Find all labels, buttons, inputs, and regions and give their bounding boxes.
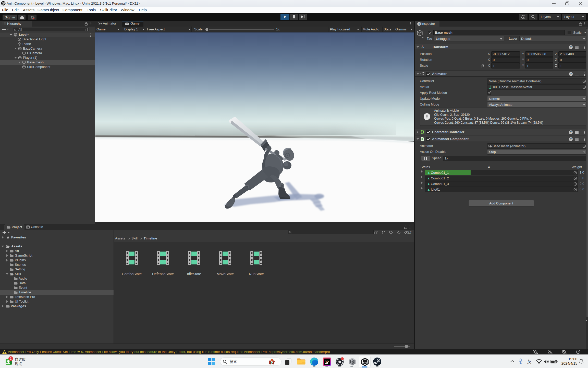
svg-text:RD: RD (325, 360, 329, 363)
